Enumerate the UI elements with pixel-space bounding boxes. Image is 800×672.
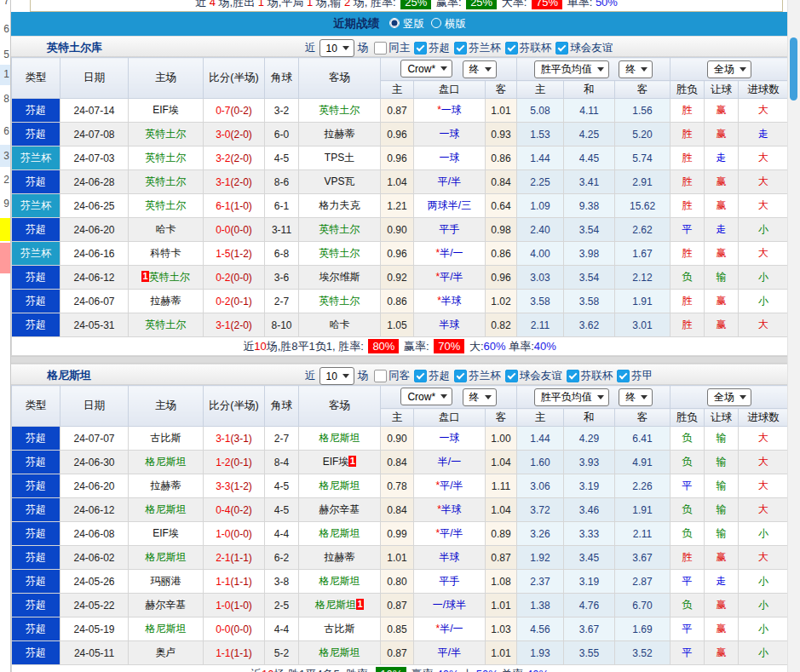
early-odds-star: * [435,480,440,491]
corner-cell: 2-5 [265,594,299,617]
recent-count-select[interactable]: 10 [319,367,354,385]
matches-table: 类型 日期 主场 比分(半场) 角球 客场 Crow* 终 胜平负均值 终 [11,57,788,337]
league-filter-checkbox[interactable] [555,42,568,55]
home-odds-cell: 0.86 [381,290,414,313]
early-odds-star: * [435,247,440,259]
result-handicap-cell: 赢 [705,170,739,194]
col-result-wdl: 胜负 [671,81,705,99]
home-team-cell: 格尼斯坦 [129,498,204,522]
section-header: 英特土尔库 近 10场同主芬超芬兰杯芬联杯球会友谊 [11,36,788,57]
league-filter-checkbox[interactable] [617,370,630,382]
league-filter-checkbox[interactable] [414,370,427,382]
away-team-cell: 埃尔维斯 [299,266,381,290]
match-row: 芬兰杯24-06-16科特卡1-5(1-2)6-8英特土尔0.96*半/一0.8… [12,242,789,266]
win-avg-cell: 1.44 [517,146,564,170]
away-team-cell: 格尼斯坦 [299,474,381,498]
away-team-cell: 拉赫蒂 [299,546,381,570]
scope-select[interactable]: 全场 [707,60,751,78]
league-filter-checkbox[interactable] [505,370,518,382]
league-filter-checkbox[interactable] [505,42,518,55]
section-divider [11,356,788,364]
view-radio-selected[interactable] [389,18,400,28]
avg-type-select[interactable]: 胜平负均值 [534,388,609,406]
stat-text: 单率: [506,340,534,353]
draw-avg-cell: 3.55 [564,641,615,665]
early-odds-star: * [435,271,440,283]
lose-avg-cell: 1.56 [615,99,671,123]
result-wdl-cell: 胜 [671,194,705,218]
result-goals-cell: 大 [739,451,788,474]
recent-count-select[interactable]: 10 [319,39,354,57]
corner-cell: 4-5 [265,498,299,522]
team-name: 格尼斯坦 [146,503,187,515]
avg-stage-select[interactable]: 终 [619,388,653,406]
row-number: 5 [0,49,9,60]
date-cell: 24-06-08 [60,522,129,546]
percent-badge: 40% [534,340,556,353]
percent-badge: 75% [532,0,562,9]
handicap-cell: *半/一 [414,242,486,266]
same-venue-checkbox[interactable] [374,370,387,382]
corner-cell: 8-10 [265,313,299,337]
home-team-cell: 科特卡 [129,242,204,266]
avg-stage-select[interactable]: 终 [619,60,653,78]
team-name: 古比斯 [151,432,181,444]
avg-type-select[interactable]: 胜平负均值 [534,60,609,78]
win-avg-cell: 5.08 [517,99,564,123]
fulltime-score: 0-0 [216,623,230,635]
lose-avg-cell: 1.67 [615,242,671,266]
away-team-cell: 格力夫克 [299,194,381,218]
team-section: 格尼斯坦 近 10场同客芬超芬兰杯球会友谊芬联杯芬甲 类型 日期 主场 比分(半… [11,364,788,672]
league-filter-checkbox[interactable] [454,370,467,382]
odds-stage-select[interactable]: 终 [463,60,497,78]
away-team-cell: 古比斯 [299,617,381,641]
match-row: 芬超24-05-22赫尔辛基1-0(1-0)2-5格尼斯坦10.87一/球半1.… [12,594,789,617]
percent-badge: 60% [484,340,506,353]
odds-company-select[interactable]: Crow* [400,60,452,78]
home-team-cell: 格尼斯坦 [129,617,204,641]
team-name: TPS土 [325,152,354,164]
league-badge-cell: 芬超 [12,546,60,570]
lose-avg-cell: 5.20 [615,123,671,146]
scrollbar[interactable] [787,0,800,672]
result-handicap-cell: 输 [705,266,739,290]
halftime-score: (1-1) [231,552,252,564]
league-filter-checkbox[interactable] [454,42,467,55]
score-cell: 1-0(1-0) [204,594,265,617]
fulltime-score: 0-2 [216,272,230,284]
home-odds-cell: 0.87 [381,99,414,123]
halftime-score: (2-0) [231,319,252,331]
scope-group: 全场 [671,386,788,409]
league-badge-cell: 芬超 [12,170,60,194]
team-name: 埃尔维斯 [319,271,360,283]
match-row: 芬兰杯24-06-25英特土尔6-1(1-0)6-1格力夫克1.21两球半/三0… [12,194,789,218]
away-odds-cell: 0.84 [486,170,517,194]
result-goals-cell: 走 [739,123,788,146]
scope-select[interactable]: 全场 [707,388,751,406]
home-team-cell: 格尼斯坦 [129,546,204,570]
stat-text: 场,胜1平4负5, 胜率: [273,668,374,672]
league-filter-checkbox[interactable] [414,42,427,55]
league-filter-checkbox[interactable] [567,370,579,382]
early-odds-star: * [437,503,441,515]
same-venue-checkbox[interactable] [374,42,387,55]
scrollbar-thumb[interactable] [790,37,797,101]
draw-avg-cell: 3.54 [564,218,615,242]
fulltime-score: 0-7 [216,105,230,117]
col-odds-away: 客 [486,81,517,99]
odds-company-select[interactable]: Crow* [400,388,452,405]
home-team-cell: 古比斯 [129,427,204,451]
league-badge-cell: 芬兰杯 [12,146,60,170]
stat-text: 场,胜8平1负1, 胜率: [267,340,367,353]
stat-text: 1 [258,0,264,9]
away-team-cell: 英特土尔 [299,242,381,266]
odds-stage-select[interactable]: 终 [463,388,497,406]
view-mode-radios: 竖版横版 [383,17,466,32]
result-handicap-cell: 输 [705,427,739,451]
view-radio-unselected[interactable] [431,18,441,28]
date-cell: 24-07-03 [60,146,129,170]
result-wdl-cell: 平 [671,218,705,242]
team-name: 英特土尔 [319,295,360,307]
team-name: 英特土尔 [319,223,360,235]
league-badge-cell: 芬超 [12,498,60,522]
